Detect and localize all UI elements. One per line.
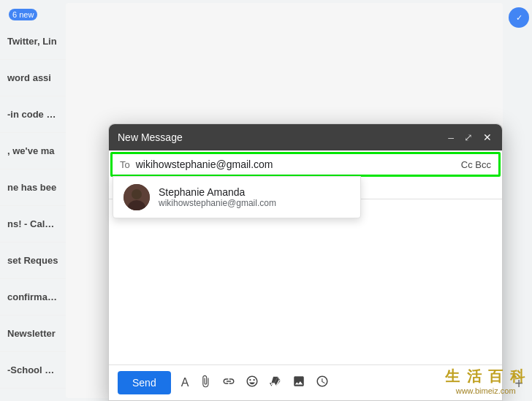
expand-button[interactable]: ⤢ [463, 132, 474, 142]
email-row[interactable]: word assi [0, 60, 66, 96]
schedule-send-icon[interactable] [316, 375, 329, 391]
drive-icon[interactable] [269, 375, 282, 391]
compose-title: New Message [118, 131, 183, 143]
contact-name: Stephanie Amanda [159, 186, 276, 198]
to-field-container: To wikihowstephanie@gmail.com Cc Bcc [110, 152, 501, 177]
email-row[interactable]: Twitter, Lin [0, 23, 66, 60]
link-icon[interactable] [222, 375, 235, 391]
contact-info: Stephanie Amanda wikihowstephanie@gmail.… [159, 186, 276, 208]
compose-window: New Message – ⤢ ✕ To wikihowstephanie@gm… [108, 123, 503, 401]
format-text-icon[interactable]: A [181, 376, 189, 389]
email-row[interactable]: , we've ma [0, 133, 66, 169]
to-email-value[interactable]: wikihowstephanie@gmail.com [136, 159, 461, 170]
attach-file-icon[interactable] [199, 375, 212, 391]
email-row[interactable]: -School Che [0, 352, 66, 389]
minimize-button[interactable]: – [446, 132, 455, 142]
cc-bcc-link[interactable]: Cc Bcc [461, 159, 491, 170]
send-button[interactable]: Send [118, 371, 171, 394]
autocomplete-item[interactable]: Stephanie Amanda wikihowstephanie@gmail.… [113, 177, 360, 218]
compose-body[interactable] [109, 199, 502, 364]
email-row[interactable]: ne has bee [0, 169, 66, 206]
svg-point-1 [132, 189, 142, 199]
watermark-text: 生 活 百 科 [445, 367, 526, 386]
contact-email: wikihowstephanie@gmail.com [159, 198, 276, 208]
email-row[interactable]: confirmatio [0, 279, 66, 316]
watermark-url: www.bimeiz.com [445, 386, 526, 395]
email-row[interactable]: -in code - Si [0, 96, 66, 133]
email-row[interactable]: Newsletter [0, 316, 66, 352]
email-row[interactable]: set Reques [0, 242, 66, 279]
right-action-bar: ✓ + [506, 0, 532, 401]
compose-toolbar: Send A [109, 364, 502, 400]
avatar-svg [123, 184, 150, 210]
email-preview-list: Twitter, Lin word assi -in code - Si , w… [0, 23, 66, 401]
avatar [123, 184, 150, 210]
right-bar-icon-top[interactable]: ✓ [509, 7, 529, 28]
new-count-badge: 6 new [9, 9, 37, 20]
close-button[interactable]: ✕ [482, 132, 493, 142]
autocomplete-dropdown: Stephanie Amanda wikihowstephanie@gmail.… [113, 176, 361, 218]
compose-header: New Message – ⤢ ✕ [109, 124, 502, 150]
email-row[interactable]: -free plans [0, 389, 66, 401]
avatar-image [123, 184, 150, 210]
inbox-badge-item[interactable]: 6 new [0, 6, 66, 23]
email-row[interactable]: ns! - Calm W [0, 206, 66, 242]
emoji-icon[interactable] [246, 375, 259, 391]
to-label: To [120, 159, 130, 170]
compose-header-actions: – ⤢ ✕ [446, 132, 493, 142]
watermark: 生 活 百 科 www.bimeiz.com [445, 367, 526, 395]
left-sidebar: 6 new Twitter, Lin word assi -in code - … [0, 0, 66, 401]
image-icon[interactable] [292, 375, 305, 391]
